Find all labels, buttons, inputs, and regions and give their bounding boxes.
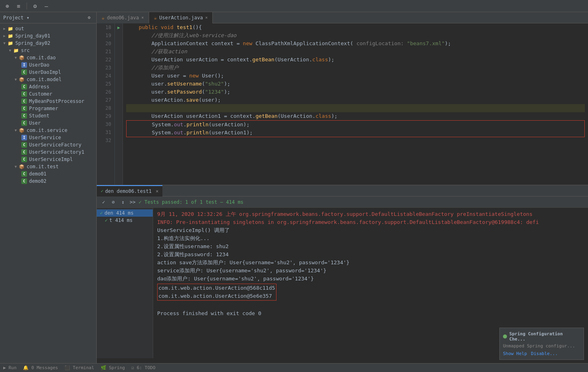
status-messages[interactable]: 🔔 0 Messages: [23, 365, 58, 370]
tree-arrow-out: ▶: [2, 27, 7, 31]
toolbar-sep-1: [27, 2, 27, 10]
menu-icon[interactable]: ≡: [15, 2, 23, 10]
tab-useraction[interactable]: ☕ UserAction.java ×: [149, 12, 213, 23]
bottom-tab-test[interactable]: ✓ den demo06.test1 ×: [97, 185, 162, 196]
tree-item-com-it-service[interactable]: ▼ 📦 com.it.service: [0, 127, 96, 134]
tree-item-userdaoimpl[interactable]: C UserDaoImpl: [0, 69, 96, 76]
tree-label-spring-day01: Spring_day01: [15, 33, 50, 39]
java-icon-demo06: ☕: [102, 15, 104, 21]
tab-close-demo06[interactable]: ×: [141, 15, 144, 20]
tree-label-com-it-service: com.it.service: [27, 127, 67, 133]
bottom-tabs: ✓ den demo06.test1 ×: [97, 185, 588, 196]
settings-icon[interactable]: ⚙: [31, 2, 39, 10]
disable-link[interactable]: Disable...: [531, 351, 558, 356]
bottom-toolbar: ✓ ⊘ ↕ >> ✓ Tests passed: 1 of 1 test – 4…: [97, 196, 588, 208]
folder-icon-spring-day02: 📁: [7, 40, 14, 46]
test-pass-icon: ✓: [101, 188, 104, 194]
tree-label-userservice: UserService: [29, 135, 61, 140]
tree-label-userdao: UserDao: [29, 62, 50, 68]
tree-item-address[interactable]: C Address: [0, 83, 96, 90]
tree-label-com-it-dao: com.it.dao: [27, 55, 56, 61]
tree-item-com-it-test[interactable]: ▼ 📦 com.it.test: [0, 163, 96, 170]
folder-icon-src: 📁: [13, 47, 19, 54]
bottom-tree: ✓ den 414 ms ✓ t 414 ms: [97, 208, 153, 358]
tree-item-src[interactable]: ▼ 📁 src: [0, 47, 96, 54]
sidebar-gear-icon[interactable]: ⚙: [85, 14, 93, 22]
expand-icon[interactable]: >>: [129, 199, 136, 206]
tree-item-userdao[interactable]: I UserDao: [0, 61, 96, 69]
code-line-32: [126, 137, 585, 145]
test-status-text: ✓ Tests passed: 1 of 1 test – 414 ms: [139, 199, 243, 205]
status-run[interactable]: ▶ Run: [3, 365, 17, 370]
bottom-tab-test-label: den demo06.test1: [105, 188, 152, 194]
stop-icon[interactable]: ⊘: [110, 199, 117, 206]
class-icon-address: C: [21, 84, 27, 90]
tab-label-demo06: demo06.java: [107, 15, 139, 21]
tree-label-user: User: [29, 120, 41, 126]
tree-label-address: Address: [29, 84, 50, 90]
tree-item-student[interactable]: C Student: [0, 112, 96, 119]
output-line-8: service添加用户: User{username='shu2', passw…: [157, 267, 584, 275]
tree-label-com-it-test: com.it.test: [27, 164, 58, 169]
tree-item-userservicefactory1[interactable]: C UserServiceFactory1: [0, 148, 96, 156]
tree-item-mybeanpostprocessor[interactable]: C MyBeanPostProcessor: [0, 98, 96, 105]
tree-label-programmer: Programmer: [29, 106, 58, 111]
tree-item-spring-day02[interactable]: ▼ 📁 Spring_day02: [0, 40, 96, 47]
tree-label-userservicefactory1: UserServiceFactory1: [29, 149, 84, 155]
sort-icon[interactable]: ↕: [119, 199, 127, 206]
tab-demo06[interactable]: ☕ demo06.java ×: [97, 12, 149, 23]
status-todo[interactable]: ☑ 6: TODO: [131, 365, 156, 370]
tree-arrow-spring-day02: ▼: [2, 41, 7, 45]
class-icon-demo01: C: [21, 171, 27, 177]
tree-item-userserviceimpl[interactable]: C UserServiceImpl: [0, 156, 96, 163]
run-gutter-icon[interactable]: ▶: [117, 25, 120, 30]
tree-label-src: src: [21, 48, 30, 53]
minimize-icon[interactable]: —: [42, 2, 50, 10]
tree-item-user[interactable]: C User: [0, 119, 96, 127]
tree-item-out[interactable]: ▶ 📁 out: [0, 25, 96, 32]
tree-item-spring-day01[interactable]: ▶ 📁 Spring_day01: [0, 32, 96, 40]
tree-arrow-com-it-model: ▼: [13, 77, 19, 82]
bottom-tree-item-t[interactable]: ✓ t 414 ms: [97, 217, 153, 224]
check-icon[interactable]: ✓: [100, 199, 107, 206]
package-icon-com-it-test: 📦: [19, 163, 25, 170]
code-line-31: System.out.println(userAction1);: [127, 129, 584, 137]
spring-notif-links: Show Help Disable...: [503, 351, 580, 356]
tree-item-com-it-model[interactable]: ▼ 📦 com.it.model: [0, 76, 96, 83]
tree-label-demo01: demo01: [29, 171, 46, 177]
tree-item-userservicefactory[interactable]: C UserServiceFactory: [0, 141, 96, 148]
folder-icon-spring-day01: 📁: [7, 33, 14, 39]
output-line-12: Process finished with exit code 0: [157, 309, 584, 318]
output-line-empty: [157, 301, 584, 309]
tree-label-student: Student: [29, 113, 50, 119]
tree-item-com-it-dao[interactable]: ▼ 📦 com.it.dao: [0, 54, 96, 61]
output-line-7: action save方法添加用户: User{username='shu2',…: [157, 259, 584, 267]
tree-item-demo01[interactable]: C demo01: [0, 170, 96, 178]
package-icon-com-it-model: 📦: [19, 76, 25, 83]
bottom-tree-item-den[interactable]: ✓ den 414 ms: [97, 209, 153, 217]
tree-item-userservice[interactable]: I UserService: [0, 134, 96, 141]
tree-label-com-it-model: com.it.model: [27, 77, 62, 82]
output-line-9: dao添加用户: User{username='shu2', password=…: [157, 275, 584, 283]
top-toolbar: ⊕ ≡ ⚙ —: [0, 0, 588, 12]
output-line-3: UserServiceImpl() 调用了: [157, 226, 584, 234]
status-bar: ▶ Run 🔔 0 Messages ⬛ Terminal 🌿 Spring ☑…: [0, 363, 588, 372]
status-terminal[interactable]: ⬛ Terminal: [64, 365, 94, 370]
tree-label-customer: Customer: [29, 91, 52, 97]
line-numbers: 18 19 20 21 22 23 24 25 26 27 28 29 30 3…: [97, 23, 115, 185]
show-help-link[interactable]: Show Help: [503, 351, 527, 356]
output-line-5: 2.设置属性username: shu2: [157, 242, 584, 251]
bottom-tab-close[interactable]: ×: [156, 188, 158, 194]
class-icon-programmer: C: [21, 105, 27, 112]
output-line-4: 1.构造方法实例化...: [157, 234, 584, 242]
status-spring[interactable]: 🌿 Spring: [101, 365, 125, 370]
content-area: ☕ demo06.java × ☕ UserAction.java × 18 1…: [97, 12, 588, 372]
tab-close-useraction[interactable]: ×: [205, 15, 208, 20]
tree-item-demo02[interactable]: C demo02: [0, 178, 96, 185]
project-icon[interactable]: ⊕: [3, 2, 11, 10]
tree-item-customer[interactable]: C Customer: [0, 90, 96, 98]
code-line-19: //使用注解注入web-service-dao: [126, 31, 585, 40]
tree-label-userservicefactory: UserServiceFactory: [29, 142, 81, 148]
tree-item-programmer[interactable]: C Programmer: [0, 105, 96, 112]
code-line-26: user.setPassword("1234");: [126, 88, 585, 96]
